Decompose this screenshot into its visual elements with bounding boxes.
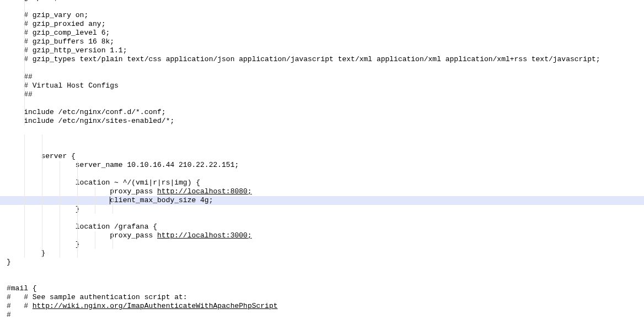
code-line[interactable]: #mail {	[0, 284, 644, 293]
code-line[interactable]: server_name 10.10.16.44 210.22.22.151;	[0, 161, 644, 170]
code-line[interactable]: # gzip_vary on;	[0, 11, 644, 20]
code-text: #	[7, 311, 11, 319]
code-line[interactable]: server {	[0, 152, 644, 161]
code-text: # gzip_http_version 1.1;	[7, 46, 127, 55]
text-cursor	[110, 197, 110, 204]
code-line[interactable]: proxy_pass http://localhost:3000;	[0, 231, 644, 240]
code-text: server_name 10.10.16.44 210.22.22.151;	[7, 161, 239, 169]
code-text: server {	[7, 152, 76, 160]
code-editor[interactable]: gzip on; # gzip_vary on; # gzip_proxied …	[0, 0, 644, 319]
code-text: include /etc/nginx/conf.d/*.conf;	[7, 108, 166, 116]
code-text: # gzip_vary on;	[7, 11, 88, 19]
code-text: # # See sample authentication script at:	[7, 293, 187, 301]
code-line[interactable]: ##	[0, 90, 644, 99]
code-line[interactable]: # gzip_types text/plain text/css applica…	[0, 55, 644, 64]
code-line[interactable]: }	[0, 258, 644, 267]
code-text: location /grafana {	[7, 223, 157, 231]
code-text: ##	[7, 73, 33, 81]
code-line[interactable]: # gzip_http_version 1.1;	[0, 46, 644, 55]
code-text: }	[7, 258, 11, 266]
code-text: }	[7, 240, 80, 248]
code-line[interactable]: }	[0, 249, 644, 258]
code-text: # gzip_proxied any;	[7, 20, 105, 28]
code-text: proxy_pass http://localhost:3000;	[7, 231, 252, 240]
code-text: client_max_body_size 4g;	[7, 196, 213, 204]
code-line[interactable]: # # http://wiki.nginx.org/ImapAuthentica…	[0, 302, 644, 311]
code-line[interactable]	[0, 267, 644, 275]
code-line[interactable]: include /etc/nginx/conf.d/*.conf;	[0, 108, 644, 117]
code-text: gzip on;	[7, 0, 58, 2]
url-link[interactable]: http://localhost:8080;	[157, 187, 252, 196]
code-text: location ~ ^/(vmi|r|rs|img) {	[7, 178, 200, 187]
code-line[interactable]	[0, 170, 644, 178]
code-line[interactable]: include /etc/nginx/sites-enabled/*;	[0, 117, 644, 126]
code-line[interactable]: # Virtual Host Configs	[0, 82, 644, 90]
code-line[interactable]	[0, 214, 644, 223]
code-line[interactable]: }	[0, 205, 644, 214]
code-text: }	[7, 205, 80, 213]
url-link[interactable]: http://localhost:3000;	[157, 231, 252, 240]
code-line[interactable]	[0, 2, 644, 11]
code-line[interactable]: client_max_body_size 4g;	[0, 196, 644, 205]
code-line[interactable]	[0, 134, 644, 143]
code-line[interactable]: # # See sample authentication script at:	[0, 293, 644, 302]
code-text: include /etc/nginx/sites-enabled/*;	[7, 117, 174, 125]
code-line[interactable]: }	[0, 240, 644, 249]
code-text: # # http://wiki.nginx.org/ImapAuthentica…	[7, 302, 278, 310]
code-text: proxy_pass http://localhost:8080;	[7, 187, 252, 196]
code-text: # gzip_buffers 16 8k;	[7, 37, 114, 46]
code-text: #mail {	[7, 284, 37, 292]
code-text: # gzip_comp_level 6;	[7, 29, 110, 37]
code-line[interactable]	[0, 126, 644, 134]
code-text: # gzip_types text/plain text/css applica…	[7, 55, 600, 63]
code-line[interactable]: # gzip_buffers 16 8k;	[0, 37, 644, 46]
code-line[interactable]: #	[0, 311, 644, 319]
code-line[interactable]: location ~ ^/(vmi|r|rs|img) {	[0, 178, 644, 187]
code-line[interactable]: location /grafana {	[0, 223, 644, 231]
url-link[interactable]: http://wiki.nginx.org/ImapAuthenticateWi…	[33, 302, 278, 310]
code-line[interactable]	[0, 275, 644, 284]
code-text: }	[7, 249, 45, 257]
code-text: ##	[7, 90, 33, 99]
code-line[interactable]	[0, 99, 644, 108]
code-line[interactable]: # gzip_proxied any;	[0, 20, 644, 29]
code-line[interactable]	[0, 143, 644, 152]
code-text: # Virtual Host Configs	[7, 82, 119, 90]
code-line[interactable]	[0, 64, 644, 73]
code-line[interactable]: # gzip_comp_level 6;	[0, 29, 644, 37]
code-line[interactable]: ##	[0, 73, 644, 82]
code-line[interactable]: proxy_pass http://localhost:8080;	[0, 187, 644, 196]
